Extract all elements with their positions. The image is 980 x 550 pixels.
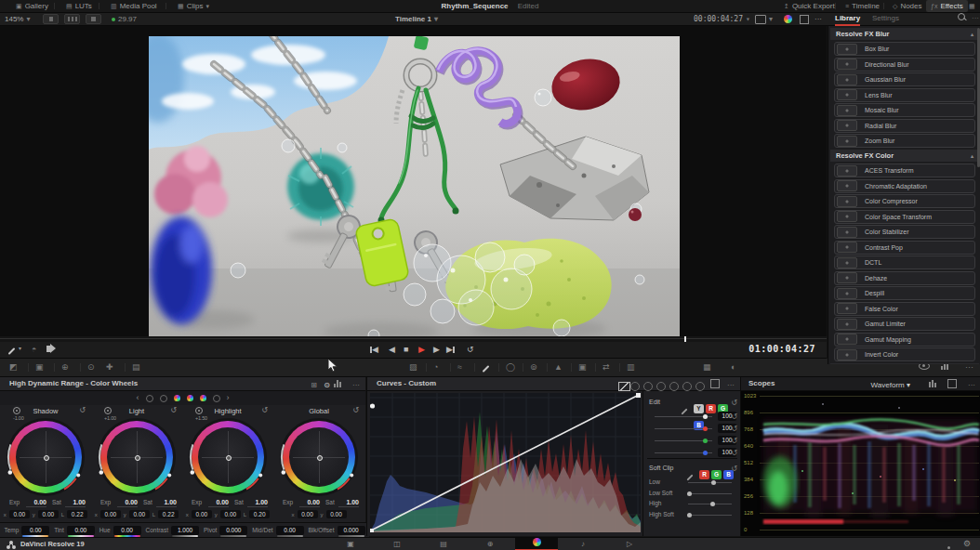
library-item[interactable]: Gamut Limiter	[834, 317, 975, 331]
audio-mute-button[interactable]	[46, 345, 51, 354]
zone-dot-active[interactable]	[187, 395, 193, 401]
slider-handle[interactable]	[703, 451, 708, 455]
single-viewer-icon[interactable]	[43, 14, 59, 24]
enhanced-viewer-icon[interactable]	[86, 14, 101, 24]
effects-button[interactable]: ƒx Effects	[926, 0, 968, 12]
curves-tool-icon[interactable]: ▨	[409, 362, 417, 372]
stereo-tool-icon[interactable]: ▦	[703, 362, 711, 372]
exp-value[interactable]: 0.00	[299, 499, 320, 507]
coord-value[interactable]: 0.00	[326, 510, 347, 518]
slider-handle[interactable]	[710, 502, 715, 506]
panel-options-icon[interactable]: ···	[352, 379, 360, 392]
color-wheel[interactable]	[189, 418, 267, 496]
magic-mask-tool-icon[interactable]: ▲	[554, 362, 563, 372]
library-item[interactable]: Color Stabilizer	[834, 225, 975, 239]
slider-track[interactable]	[655, 440, 712, 441]
source-timecode[interactable]: 00:00:04:27 ▾	[694, 13, 750, 25]
settings-gear-icon[interactable]: ⚙	[963, 539, 971, 548]
timeline-selector[interactable]: Timeline 1 ▾	[395, 13, 438, 25]
color-wheel[interactable]	[280, 418, 358, 496]
reset-icon[interactable]: ↺	[170, 406, 177, 414]
lightbox-button[interactable]: ▦	[969, 0, 975, 12]
sizing-tool-icon[interactable]: ▥	[627, 362, 635, 372]
grab-still-tool-icon[interactable]: ▤	[132, 362, 140, 372]
reset-icon[interactable]: ↺	[352, 406, 359, 414]
play-button[interactable]: ▶	[418, 344, 425, 355]
slider-track[interactable]	[655, 416, 712, 417]
quick-export-button[interactable]: ↥ Quick Export	[779, 0, 840, 12]
channel-gain-slider[interactable]: 100↺	[649, 412, 737, 422]
library-item[interactable]: Radial Blur	[834, 119, 975, 133]
library-item[interactable]: Chromatic Adaptation	[834, 179, 975, 193]
loop-button[interactable]: ↺	[467, 344, 474, 355]
slider-handle[interactable]	[687, 513, 692, 517]
window-tool-icon[interactable]: ◯	[506, 362, 515, 372]
master-control-value[interactable]: 0.00	[21, 526, 49, 535]
collapse-icon[interactable]: ▴	[971, 31, 973, 37]
collapse-icon[interactable]: ▴	[971, 152, 973, 159]
clip-menu-button[interactable]: ▾	[755, 13, 773, 25]
library-item[interactable]: Zoom Blur	[834, 134, 975, 148]
library-item[interactable]: Box Blur	[834, 42, 975, 56]
add-zone-icon[interactable]: ⊞	[311, 379, 317, 392]
channel-gain-slider[interactable]: 100↺	[649, 424, 737, 434]
exp-value[interactable]: 0.00	[208, 499, 229, 507]
library-item[interactable]: ACES Transform	[834, 164, 975, 177]
coord-value[interactable]: 0.00	[298, 510, 318, 518]
exp-value[interactable]: 0.00	[117, 499, 138, 507]
next-zone-icon[interactable]: ›	[227, 394, 230, 402]
zone-dot[interactable]	[146, 395, 153, 402]
gallery-still-tool-icon[interactable]: ◩	[9, 362, 18, 372]
library-item[interactable]: Contrast Pop	[834, 241, 975, 255]
viewer-image[interactable]	[149, 36, 680, 336]
reset-icon[interactable]: ↺	[731, 412, 737, 421]
library-item[interactable]: Lens Blur	[834, 88, 975, 102]
step-back-button[interactable]: ◀	[389, 344, 395, 355]
picker-dropdown[interactable]: ▾	[19, 345, 21, 351]
wipe-tool-icon[interactable]: ▣	[35, 362, 44, 372]
lightbox-tool-icon[interactable]: ◐	[731, 362, 735, 372]
channel-gain-slider[interactable]: 100↺	[649, 436, 737, 446]
coord-value[interactable]: 0.00	[9, 510, 30, 518]
page-button-fairlight[interactable]: ♪	[562, 538, 604, 550]
slider-track[interactable]	[655, 452, 712, 453]
softclip-slider[interactable]: High	[649, 499, 735, 508]
library-item[interactable]: Directional Blur	[834, 58, 975, 72]
tab-library[interactable]: Library	[835, 13, 860, 26]
softclip-slider[interactable]: Low	[649, 478, 735, 487]
prev-zone-icon[interactable]: ‹	[137, 394, 139, 402]
scope-mode-dropdown[interactable]: Waveform ▾	[871, 379, 910, 392]
library-section-header[interactable]: Resolve FX Film Emulation▴	[830, 363, 979, 364]
color-wheel[interactable]	[7, 418, 85, 496]
page-button-color[interactable]	[515, 538, 558, 550]
nodes-button[interactable]: ◇ Nodes	[888, 0, 927, 12]
library-item[interactable]: Invert Color	[834, 347, 975, 361]
slider-handle[interactable]	[711, 480, 716, 485]
grade-preview-button[interactable]	[784, 13, 792, 25]
page-button-fusion[interactable]: ⊕	[469, 538, 511, 550]
blur-tool-icon[interactable]: ▣	[578, 362, 587, 372]
reset-icon[interactable]: ↺	[261, 406, 268, 414]
slider-track[interactable]	[688, 493, 732, 494]
split-screen-tool-icon[interactable]: ⊕	[61, 362, 69, 372]
viewer-options-button[interactable]: ···	[814, 13, 822, 25]
mask-overlay-toggle[interactable]: ◓	[32, 345, 36, 354]
slider-track[interactable]	[688, 482, 732, 483]
slider-track[interactable]	[688, 515, 732, 516]
user-icon[interactable]	[945, 541, 952, 550]
master-control-value[interactable]: 0.00	[113, 526, 141, 535]
master-control-value[interactable]: 0.00	[67, 526, 95, 535]
qualifier-tool-icon[interactable]: ≈	[457, 362, 462, 372]
reset-icon[interactable]: ↺	[731, 425, 737, 433]
slider-handle[interactable]	[703, 426, 708, 431]
coord-value[interactable]: 0.00	[129, 510, 150, 518]
coord-value[interactable]: 0.00	[100, 510, 121, 518]
coord-value[interactable]: 0.22	[158, 510, 179, 518]
master-control-value[interactable]: 0.000	[219, 526, 247, 535]
wheels-tool-icon[interactable]: ◔	[433, 362, 438, 372]
slider-handle[interactable]	[703, 414, 708, 419]
key-tool-icon[interactable]: ⇄	[603, 362, 610, 372]
sat-value[interactable]: 1.00	[65, 499, 86, 507]
slider-handle[interactable]	[703, 439, 708, 443]
picker-tool-icon[interactable]	[482, 362, 490, 372]
